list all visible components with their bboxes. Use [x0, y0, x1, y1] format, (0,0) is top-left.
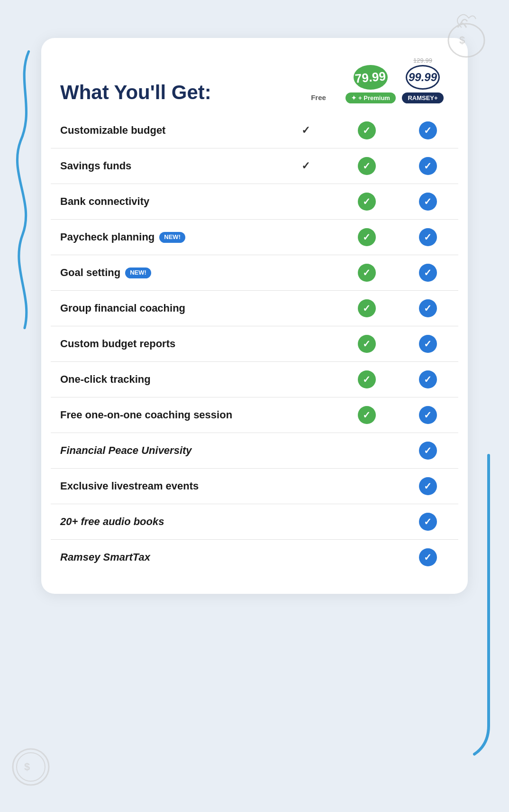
feature-name: Ramsey SmartTax [60, 551, 150, 563]
ramsey-original-price: 129.99 [413, 57, 432, 64]
checkmark-simple: ✓ [301, 160, 310, 172]
table-row: Paycheck planningNEW!✓✓ [51, 220, 458, 255]
premium-price: 79.99 [354, 69, 387, 86]
feature-name-cell: Group financial coaching [51, 291, 275, 326]
ramsey-check-circle: ✓ [419, 264, 437, 282]
ramsey-label: RAMSEY+ [402, 92, 443, 103]
ramsey-price-oval: 99.99 [406, 65, 440, 90]
ramsey-check-cell: ✓ [397, 397, 458, 433]
feature-name: 20+ free audio books [60, 516, 164, 527]
feature-name: Free one-on-one coaching session [60, 409, 232, 421]
ramsey-check-circle: ✓ [419, 335, 437, 353]
premium-check-cell [336, 540, 397, 575]
checkmark-simple: ✓ [301, 124, 310, 136]
free-plan-label: Free [311, 93, 326, 102]
feature-name: One-click tracking [60, 373, 151, 385]
premium-check-circle: ✓ [358, 121, 376, 139]
feature-name: Exclusive livestream events [60, 480, 199, 492]
table-row: Exclusive livestream events✓ [51, 469, 458, 504]
feature-name-cell: Custom budget reports [51, 326, 275, 362]
feature-name: Custom budget reports [60, 338, 175, 350]
feature-name: Savings funds [60, 160, 131, 172]
free-check-cell [275, 326, 336, 362]
ramsey-price: 99.99 [409, 71, 437, 84]
table-row: Financial Peace University✓ [51, 433, 458, 469]
free-plan-header: Free [292, 93, 345, 103]
feature-name-cell: Bank connectivity [51, 184, 275, 220]
page-title: What You'll Get: [60, 82, 292, 103]
ramsey-check-circle: ✓ [419, 157, 437, 175]
free-check-cell [275, 504, 336, 540]
premium-check-cell [336, 469, 397, 504]
premium-check-circle: ✓ [358, 299, 376, 317]
premium-check-circle: ✓ [358, 157, 376, 175]
ramsey-check-circle: ✓ [419, 370, 437, 388]
free-check-cell [275, 469, 336, 504]
plan-headers: Free 79.99 ✦ + Premium 129.99 99.99 [292, 57, 449, 103]
ramsey-check-circle: ✓ [419, 406, 437, 424]
free-check-cell [275, 362, 336, 397]
ramsey-check-circle: ✓ [419, 193, 437, 211]
table-row: Bank connectivity✓✓ [51, 184, 458, 220]
ramsey-check-cell: ✓ [397, 362, 458, 397]
svg-point-2 [13, 749, 49, 785]
ramsey-check-circle: ✓ [419, 299, 437, 317]
money-bag-decoration: $ [433, 5, 490, 62]
feature-name-cell: 20+ free audio books [51, 504, 275, 540]
table-row: Group financial coaching✓✓ [51, 291, 458, 326]
feature-name: Bank connectivity [60, 195, 149, 207]
squiggle-left-decoration [10, 47, 39, 332]
ramsey-check-cell: ✓ [397, 433, 458, 469]
free-check-cell: ✓ [275, 148, 336, 184]
ramsey-check-circle: ✓ [419, 477, 437, 495]
feature-name: Paycheck planning [60, 231, 155, 243]
premium-check-circle: ✓ [358, 228, 376, 246]
premium-check-circle: ✓ [358, 406, 376, 424]
ramsey-check-cell: ✓ [397, 469, 458, 504]
new-badge: NEW! [159, 232, 185, 243]
premium-check-circle: ✓ [358, 193, 376, 211]
feature-name-cell: Customizable budget [51, 113, 275, 148]
table-row: Goal settingNEW!✓✓ [51, 255, 458, 291]
table-row: Customizable budget✓✓✓ [51, 113, 458, 148]
svg-text:$: $ [459, 34, 465, 46]
feature-name-cell: Paycheck planningNEW! [51, 220, 275, 255]
line-right-decoration [472, 451, 496, 759]
feature-name: Group financial coaching [60, 302, 185, 314]
premium-check-cell: ✓ [336, 326, 397, 362]
feature-name-cell: Financial Peace University [51, 433, 275, 469]
premium-check-circle: ✓ [358, 335, 376, 353]
ramsey-plan-header: 129.99 99.99 RAMSEY+ [397, 57, 449, 103]
table-row: One-click tracking✓✓ [51, 362, 458, 397]
premium-check-cell: ✓ [336, 220, 397, 255]
premium-plus-icon: ✦ [351, 94, 356, 102]
free-check-cell: ✓ [275, 113, 336, 148]
ramsey-check-circle: ✓ [419, 548, 437, 566]
feature-name: Customizable budget [60, 124, 165, 136]
ramsey-check-circle: ✓ [419, 121, 437, 139]
ramsey-check-cell: ✓ [397, 504, 458, 540]
feature-name-cell: Ramsey SmartTax [51, 540, 275, 575]
svg-point-0 [448, 24, 484, 57]
premium-plan-header: 79.99 ✦ + Premium [345, 65, 397, 103]
ramsey-check-circle: ✓ [419, 228, 437, 246]
table-row: Ramsey SmartTax✓ [51, 540, 458, 575]
ramsey-check-cell: ✓ [397, 540, 458, 575]
premium-check-cell: ✓ [336, 362, 397, 397]
premium-check-circle: ✓ [358, 264, 376, 282]
ramsey-check-cell: ✓ [397, 326, 458, 362]
premium-check-cell [336, 504, 397, 540]
premium-price-oval: 79.99 [354, 65, 388, 90]
table-row: Free one-on-one coaching session✓✓ [51, 397, 458, 433]
feature-name-cell: Free one-on-one coaching session [51, 397, 275, 433]
free-check-cell [275, 540, 336, 575]
premium-check-cell: ✓ [336, 291, 397, 326]
svg-text:$: $ [24, 761, 30, 773]
table-row: 20+ free audio books✓ [51, 504, 458, 540]
feature-name-cell: One-click tracking [51, 362, 275, 397]
ramsey-check-cell: ✓ [397, 148, 458, 184]
free-check-cell [275, 255, 336, 291]
feature-name: Financial Peace University [60, 444, 192, 456]
ramsey-check-cell: ✓ [397, 291, 458, 326]
table-row: Savings funds✓✓✓ [51, 148, 458, 184]
